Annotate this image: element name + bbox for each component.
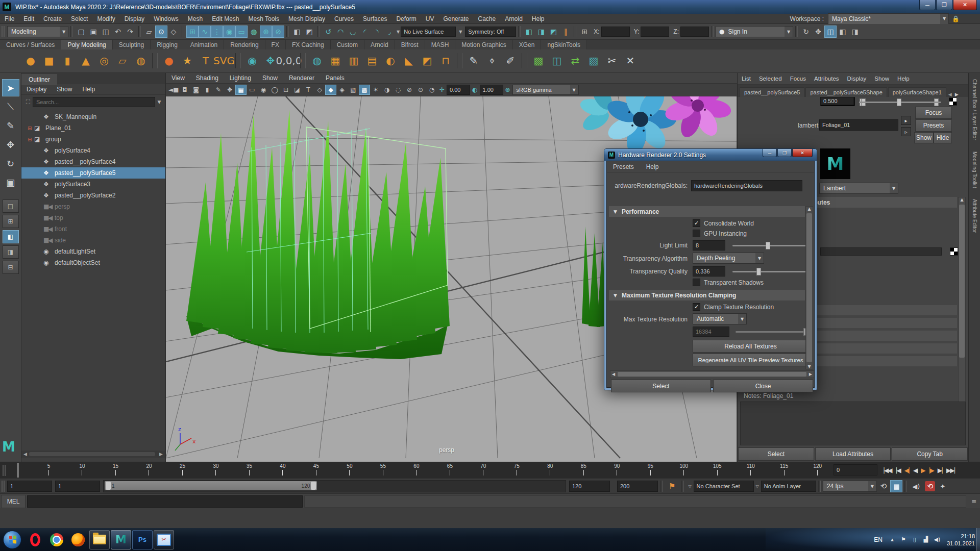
target-weld-icon[interactable]: ⌖ xyxy=(483,51,501,70)
action-center-icon[interactable]: ⚑ xyxy=(899,536,908,543)
sweep-mesh-icon[interactable]: ◍ xyxy=(308,51,326,70)
menu-item[interactable]: Create xyxy=(39,14,66,23)
poly-cube-icon[interactable]: ■ xyxy=(40,51,58,70)
paint-select-tool[interactable]: ✎ xyxy=(2,117,19,134)
ae-menu-item[interactable]: Display xyxy=(843,74,871,84)
viewport-menu-item[interactable]: Lighting xyxy=(224,73,257,83)
snap-view-plane-icon[interactable]: ▭ xyxy=(235,26,248,38)
layout-hypershade[interactable]: ⊟ xyxy=(3,261,19,274)
regenerate-uv-preview-button[interactable]: Regenerate All UV Tile Preview Textures xyxy=(693,354,808,366)
gamma-field[interactable]: 1.00 xyxy=(480,85,503,95)
textured-icon[interactable]: ▧ xyxy=(348,85,359,95)
tool-settings-icon[interactable]: ✥ xyxy=(812,26,824,38)
dialog-close-button[interactable]: ✕ xyxy=(792,149,813,157)
outliner-menu-item[interactable]: Show xyxy=(52,85,77,94)
view-transform-selector[interactable]: sRGB gamma▼ xyxy=(512,85,579,95)
language-indicator[interactable]: EN xyxy=(874,536,883,543)
max-influences-icon[interactable]: ⊕ xyxy=(260,26,272,38)
light-limit-field[interactable]: 8 xyxy=(693,240,725,251)
render-settings-icon[interactable]: ◩ xyxy=(547,26,559,38)
anim-prefs-icon[interactable]: ✦ xyxy=(940,483,945,490)
go-to-start-button[interactable]: |◀◀ xyxy=(881,464,894,477)
ae-menu-item[interactable]: Attributes xyxy=(810,74,843,84)
menu-item[interactable]: Curves xyxy=(330,14,358,23)
shelf-tab[interactable]: ngSkinTools xyxy=(541,40,587,49)
bump-map-button[interactable] xyxy=(950,247,958,256)
playback-start-field[interactable]: 1 xyxy=(55,481,100,492)
show-input-connections-icon[interactable]: ▸ xyxy=(901,116,911,125)
delete-edge-icon[interactable]: ✕ xyxy=(621,51,640,70)
ae-tab-scroll-right-icon[interactable]: ▶ xyxy=(955,92,959,97)
step-forward-key-button[interactable]: |▶ xyxy=(927,464,936,477)
playhead[interactable] xyxy=(17,463,19,478)
viewport-menu-item[interactable]: Shading xyxy=(190,73,224,83)
side-dock-tab[interactable]: Attribute Editor xyxy=(972,194,977,238)
select-button[interactable]: Select xyxy=(611,380,711,392)
range-fill[interactable]: 1 120 xyxy=(105,481,317,490)
shelf-tab[interactable]: MASH xyxy=(425,40,456,49)
globals-field[interactable]: hardwareRenderingGlobals xyxy=(691,180,802,191)
hardware-renderer-settings-dialog[interactable]: M Hardware Renderer 2.0 Settings ─ ❐ ✕ P… xyxy=(604,148,817,390)
move-manip-icon[interactable]: ✥ xyxy=(224,85,235,95)
menu-item[interactable]: Edit xyxy=(19,14,39,23)
show-button[interactable]: Show xyxy=(914,132,934,143)
outliner-item[interactable]: ■◀ front xyxy=(21,223,165,235)
taskbar-clock[interactable]: 21:18 31.01.2021 xyxy=(947,533,975,547)
step-forward-frame-button[interactable]: ▶| xyxy=(936,464,944,477)
camera-select-icon[interactable]: ◄■ xyxy=(168,85,179,95)
grip-handle[interactable] xyxy=(2,26,6,37)
lasso-tool[interactable]: ⟍ xyxy=(2,98,19,115)
pencil-curve-icon[interactable]: ✎ xyxy=(213,85,224,95)
layout-four[interactable]: ⊞ xyxy=(3,215,19,228)
command-language-toggle[interactable]: MEL xyxy=(1,495,26,508)
bevel-icon[interactable]: ◩ xyxy=(418,51,436,70)
poly-plane-icon[interactable]: ▱ xyxy=(113,51,132,70)
material-type-selector[interactable]: Lambert▼ xyxy=(819,183,898,194)
curve-edit-icon[interactable]: ◜ xyxy=(359,26,371,38)
menu-item[interactable]: Mesh xyxy=(183,14,207,23)
transparency-quality-slider[interactable] xyxy=(732,266,807,277)
sign-in-menu[interactable]: ● Sign In▼ xyxy=(716,26,793,37)
shelf-tab[interactable]: Rigging xyxy=(151,40,184,49)
current-frame-field[interactable]: 0 xyxy=(834,464,877,475)
bookmark-icon[interactable]: ▮ xyxy=(202,85,213,95)
hide-button[interactable]: Hide xyxy=(934,132,952,143)
show-output-connections-icon[interactable]: ▹ xyxy=(901,127,911,136)
focus-button[interactable]: Focus xyxy=(915,107,952,119)
taskbar-opera-icon[interactable] xyxy=(25,530,45,549)
playback-end-field[interactable]: 120 xyxy=(569,481,610,492)
screen-space-ao-icon[interactable]: ◑ xyxy=(381,85,393,95)
ae-menu-item[interactable]: Show xyxy=(870,74,893,84)
select-hierarchy-icon[interactable]: ▱ xyxy=(143,26,155,38)
transparency-algorithm-selector[interactable]: Depth Peeling▼ xyxy=(693,253,764,264)
shelf-tab[interactable]: FX Caching xyxy=(286,40,331,49)
redo-icon[interactable]: ↷ xyxy=(124,26,136,38)
outliner-item[interactable]: ■◀ persp xyxy=(21,201,165,212)
field-chart-icon[interactable]: ⊡ xyxy=(280,85,291,95)
wireframe-on-shaded-icon[interactable]: ◈ xyxy=(336,85,348,95)
shelf-tab[interactable]: Motion Graphics xyxy=(455,40,512,49)
dialog-maximize-button[interactable]: ❐ xyxy=(777,149,792,157)
menu-item[interactable]: Cache xyxy=(473,14,500,23)
transparent-shadows-checkbox[interactable]: Transparent Shadows xyxy=(693,279,764,286)
menu-item[interactable]: Windows xyxy=(149,14,183,23)
play-backwards-button[interactable]: ◀ xyxy=(911,464,919,477)
ae-tab-scroll-left-icon[interactable]: ◀ xyxy=(948,92,952,97)
range-end-handle[interactable] xyxy=(311,482,316,490)
save-scene-icon[interactable]: ◫ xyxy=(100,26,112,38)
presets-button[interactable]: Presets xyxy=(915,119,952,132)
combine-icon[interactable]: ▦ xyxy=(326,51,345,70)
consolidate-world-checkbox[interactable]: ✓Consolidate World xyxy=(693,219,754,227)
shelf-tab[interactable]: Bifrost xyxy=(395,40,425,49)
volume-icon[interactable]: ◀) xyxy=(933,536,942,543)
menu-set-selector[interactable]: Modeling▼ xyxy=(7,26,68,37)
outliner-scroll-right-icon[interactable]: ▶ xyxy=(157,452,165,457)
dialog-hscrollbar[interactable]: ◀ ▶ xyxy=(610,370,814,378)
shelf-tab[interactable]: Arnold xyxy=(364,40,395,49)
menu-item[interactable]: Generate xyxy=(438,14,473,23)
transparency-quality-field[interactable]: 0.336 xyxy=(693,266,725,277)
layouts-icon[interactable]: ◫ xyxy=(824,26,837,38)
translucence-focus-row[interactable]: 0.500 xyxy=(820,97,957,106)
outliner-scroll-left-icon[interactable]: ◀ xyxy=(21,452,29,457)
power-icon[interactable]: ▯ xyxy=(910,536,919,543)
